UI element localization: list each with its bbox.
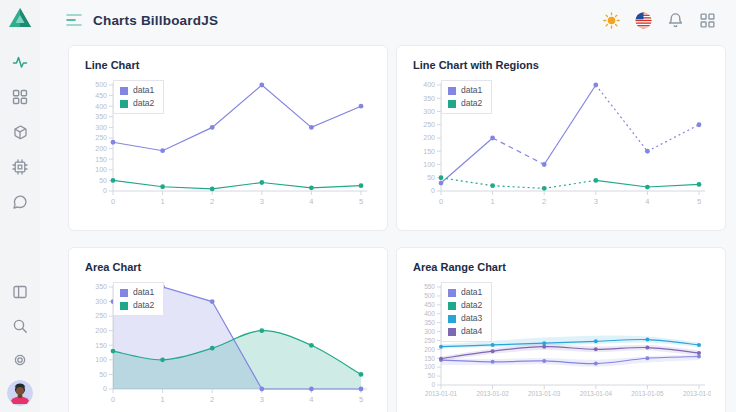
user-avatar[interactable]: [7, 380, 33, 406]
line-chart-legend: data1data2: [113, 80, 164, 114]
svg-text:50: 50: [99, 371, 107, 378]
main-area: Charts BillboardJS Line Chart 0501001502…: [40, 0, 736, 412]
area-range-chart: 0501001502002503003504004505005502013-01…: [397, 276, 725, 401]
svg-text:350: 350: [424, 319, 435, 326]
svg-text:0: 0: [103, 385, 107, 392]
svg-text:1: 1: [491, 197, 495, 206]
svg-text:250: 250: [424, 337, 435, 344]
legend-item-data1[interactable]: data1: [448, 287, 482, 298]
svg-text:350: 350: [95, 283, 107, 290]
svg-text:450: 450: [95, 92, 107, 99]
hamburger-menu-icon[interactable]: [66, 13, 84, 27]
legend-swatch-icon: [120, 87, 128, 95]
charts-grid: Line Chart 05010015020025030035040045050…: [40, 40, 736, 412]
notifications-bell-icon[interactable]: [667, 12, 684, 29]
legend-item-data2[interactable]: data2: [120, 98, 154, 109]
svg-text:200: 200: [95, 145, 107, 152]
card-title: Line Chart with Regions: [397, 46, 725, 74]
card-title: Area Range Chart: [397, 248, 725, 276]
legend-item-data1[interactable]: data1: [120, 85, 154, 96]
cpu-chip-icon[interactable]: [12, 159, 28, 175]
svg-text:1: 1: [161, 395, 165, 404]
legend-item-data4[interactable]: data4: [448, 326, 482, 337]
chat-bubble-icon[interactable]: [12, 194, 28, 210]
svg-text:2013-01-03: 2013-01-03: [528, 390, 561, 397]
legend-swatch-icon: [448, 328, 456, 336]
svg-text:300: 300: [95, 298, 107, 305]
triangle-logo-icon[interactable]: [8, 7, 32, 32]
sidebar-nav: [12, 54, 28, 210]
legend-label: data1: [461, 287, 482, 298]
area-chart: 050100150200250300350012345 data1data2: [69, 276, 387, 407]
sidebar-bottom-nav: [12, 284, 28, 368]
line-chart-regions-legend: data1data2: [441, 80, 492, 114]
svg-text:2013-01-06: 2013-01-06: [683, 390, 711, 397]
svg-text:50: 50: [427, 174, 435, 181]
svg-text:0: 0: [431, 381, 435, 388]
svg-text:150: 150: [424, 355, 435, 362]
svg-text:0: 0: [431, 187, 435, 194]
svg-text:5: 5: [359, 197, 363, 206]
legend-item-data1[interactable]: data1: [448, 85, 482, 96]
activity-icon[interactable]: [12, 54, 28, 70]
legend-swatch-icon: [448, 87, 456, 95]
svg-text:150: 150: [95, 342, 107, 349]
layout-panel-icon[interactable]: [12, 284, 28, 300]
legend-swatch-icon: [120, 289, 128, 297]
legend-label: data4: [461, 326, 482, 337]
svg-text:0: 0: [103, 187, 107, 194]
svg-text:4: 4: [309, 395, 313, 404]
legend-item-data2[interactable]: data2: [448, 98, 482, 109]
legend-item-data2[interactable]: data2: [448, 300, 482, 311]
svg-text:300: 300: [95, 124, 107, 131]
svg-text:450: 450: [424, 301, 435, 308]
svg-text:1: 1: [161, 197, 165, 206]
svg-text:3: 3: [260, 197, 264, 206]
card-title: Area Chart: [69, 248, 387, 276]
svg-text:3: 3: [594, 197, 598, 206]
legend-label: data2: [133, 98, 154, 109]
svg-text:2: 2: [210, 197, 214, 206]
legend-item-data2[interactable]: data2: [120, 300, 154, 311]
language-us-flag-icon[interactable]: [635, 12, 652, 29]
search-icon[interactable]: [12, 318, 28, 334]
line-chart: 050100150200250300350400450500012345 dat…: [69, 74, 387, 209]
card-area-chart: Area Chart 050100150200250300350012345 d…: [68, 247, 388, 412]
theme-sun-icon[interactable]: [603, 12, 620, 29]
svg-text:400: 400: [424, 310, 435, 317]
svg-text:250: 250: [423, 121, 435, 128]
legend-label: data2: [461, 98, 482, 109]
svg-text:500: 500: [424, 292, 435, 299]
svg-text:2013-01-01: 2013-01-01: [425, 390, 458, 397]
legend-swatch-icon: [448, 289, 456, 297]
svg-text:400: 400: [423, 81, 435, 88]
svg-text:5: 5: [359, 395, 363, 404]
legend-item-data3[interactable]: data3: [448, 313, 482, 324]
legend-label: data2: [461, 300, 482, 311]
legend-swatch-icon: [448, 100, 456, 108]
svg-text:4: 4: [309, 197, 313, 206]
apps-grid-icon[interactable]: [699, 12, 716, 29]
svg-text:2013-01-05: 2013-01-05: [631, 390, 664, 397]
settings-gear-icon[interactable]: [12, 352, 28, 368]
legend-label: data1: [461, 85, 482, 96]
svg-text:300: 300: [423, 108, 435, 115]
legend-item-data1[interactable]: data1: [120, 287, 154, 298]
package-box-icon[interactable]: [12, 124, 28, 140]
svg-text:100: 100: [424, 363, 435, 370]
widgets-grid-icon[interactable]: [12, 89, 28, 105]
svg-text:50: 50: [99, 177, 107, 184]
svg-text:4: 4: [645, 197, 649, 206]
svg-text:100: 100: [95, 356, 107, 363]
card-title: Line Chart: [69, 46, 387, 74]
legend-label: data2: [133, 300, 154, 311]
legend-swatch-icon: [120, 302, 128, 310]
legend-label: data3: [461, 313, 482, 324]
line-chart-with-regions: 050100150200250300350400012345 data1data…: [397, 74, 725, 209]
legend-swatch-icon: [120, 100, 128, 108]
svg-text:400: 400: [95, 103, 107, 110]
svg-text:0: 0: [111, 395, 115, 404]
sidebar: [0, 0, 40, 412]
svg-text:150: 150: [95, 156, 107, 163]
card-line-chart-regions: Line Chart with Regions 0501001502002503…: [396, 45, 726, 231]
